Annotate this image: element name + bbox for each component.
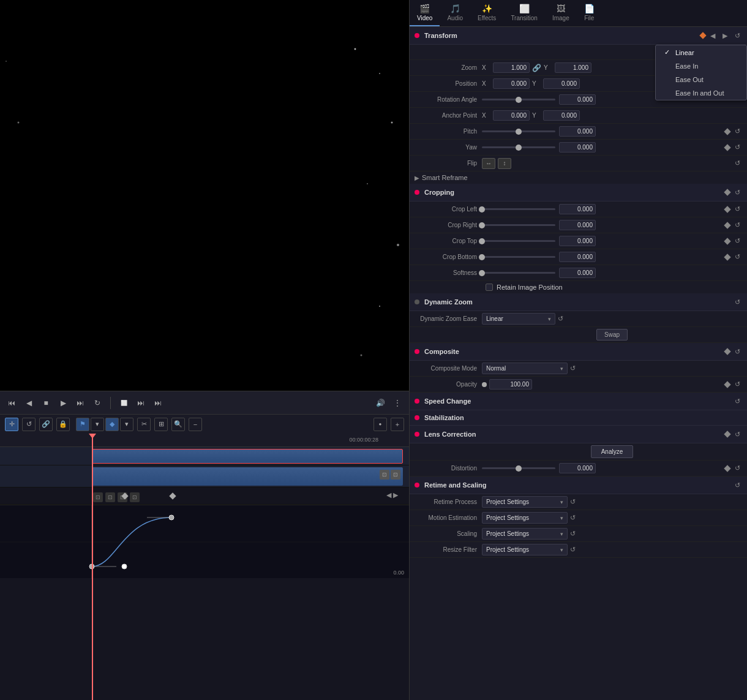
flip-v-button[interactable]: ↕ <box>498 158 511 169</box>
anchor-y-input[interactable] <box>543 110 580 121</box>
flag-tool[interactable]: ⚑ <box>76 418 89 431</box>
menu-item-ease-in-out[interactable]: Ease In and Out <box>656 86 746 100</box>
select-tool[interactable]: ✛ <box>5 418 18 431</box>
speed-change-section[interactable]: Speed Change ↺ <box>410 393 747 410</box>
crop-right-reset[interactable]: ↺ <box>732 220 742 230</box>
resize-filter-reset[interactable]: ↺ <box>568 545 577 555</box>
snap-tool[interactable]: ⊞ <box>154 418 168 431</box>
lens-reset-btn[interactable]: ↺ <box>732 429 742 439</box>
retime-process-reset[interactable]: ↺ <box>568 497 577 507</box>
lock-tool[interactable]: 🔒 <box>56 418 70 431</box>
tab-audio[interactable]: 🎵 Audio <box>440 0 470 26</box>
play-backward-button[interactable]: ◀ <box>22 396 36 410</box>
menu-button[interactable]: ⋮ <box>391 396 404 410</box>
yaw-reset-btn[interactable]: ↺ <box>732 143 742 152</box>
crop-bottom-kf[interactable] <box>724 254 730 260</box>
kf-reset-btn[interactable]: ↺ <box>732 31 742 40</box>
retime-reset-btn[interactable]: ↺ <box>732 480 742 490</box>
retime-header[interactable]: Retime and Scaling ↺ <box>410 476 747 494</box>
swap-button[interactable]: Swap <box>596 329 628 341</box>
smart-reframe-section[interactable]: ▶ Smart Reframe <box>410 171 747 184</box>
scaling-dropdown[interactable]: Project Settings ▾ <box>482 528 568 540</box>
composite-mode-reset[interactable]: ↺ <box>568 364 577 374</box>
flip-reset-btn[interactable]: ↺ <box>732 159 742 168</box>
crop-top-slider[interactable] <box>482 240 555 242</box>
tab-video[interactable]: 🎬 Video <box>410 0 440 26</box>
zoom-in-tool[interactable]: 🔍 <box>171 418 185 431</box>
composite-reset-btn[interactable]: ↺ <box>732 347 742 356</box>
dynamic-zoom-header[interactable]: Dynamic Zoom ↺ <box>410 293 747 311</box>
marker-dropdown[interactable]: ▾ <box>120 418 133 431</box>
zoom-y-input[interactable] <box>555 62 591 73</box>
anchor-x-input[interactable] <box>493 110 530 121</box>
tab-file[interactable]: 📄 File <box>577 0 602 26</box>
composite-mode-dropdown[interactable]: Normal ▾ <box>482 363 568 374</box>
ripple-tool[interactable]: ↺ <box>22 418 36 431</box>
opacity-kf-btn[interactable] <box>724 381 730 388</box>
last-frame-button[interactable]: ⏭ <box>151 396 165 410</box>
dz-ease-reset[interactable]: ↺ <box>555 314 565 324</box>
kf-icon-1[interactable]: ⊡ <box>93 492 103 502</box>
motion-est-reset[interactable]: ↺ <box>568 513 577 523</box>
crop-right-input[interactable] <box>559 220 596 230</box>
zoom-minus[interactable]: − <box>189 418 202 431</box>
rotation-slider[interactable] <box>482 99 555 100</box>
kf-icon-4[interactable]: ⊡ <box>130 492 140 502</box>
lens-header[interactable]: Lens Correction ↺ <box>410 426 747 443</box>
kf-nav-next[interactable]: ▶ <box>393 491 398 499</box>
tab-transition[interactable]: ⬜ Transition <box>503 0 545 26</box>
transform-header[interactable]: Transform ◀ ▶ ↺ <box>410 27 747 45</box>
yaw-kf-btn[interactable] <box>724 144 730 151</box>
retime-process-dropdown[interactable]: Project Settings ▾ <box>482 496 568 508</box>
kf-prev-btn[interactable]: ◀ <box>708 31 718 40</box>
distortion-input[interactable] <box>559 463 596 473</box>
yaw-slider[interactable] <box>482 146 555 148</box>
crop-left-input[interactable] <box>559 204 596 214</box>
pitch-kf-btn[interactable] <box>724 128 730 135</box>
speed-reset-btn[interactable]: ↺ <box>732 396 742 406</box>
retain-checkbox[interactable] <box>486 284 493 291</box>
kf-nav-prev[interactable]: ◀ <box>386 491 391 499</box>
distortion-kf-btn[interactable] <box>724 465 730 472</box>
resize-filter-dropdown[interactable]: Project Settings ▾ <box>482 544 568 555</box>
composite-kf-btn[interactable] <box>724 348 730 355</box>
link-tool[interactable]: 🔗 <box>39 418 53 431</box>
play-forward-button[interactable]: ▶ <box>56 396 70 410</box>
cropping-header[interactable]: Cropping ↺ <box>410 184 747 201</box>
stabilization-section[interactable]: Stabilization <box>410 410 747 426</box>
dot-tool[interactable]: ● <box>374 418 387 431</box>
opacity-reset-btn[interactable]: ↺ <box>732 380 742 390</box>
opacity-input[interactable] <box>489 379 532 390</box>
crop-bottom-input[interactable] <box>559 252 596 262</box>
flip-h-button[interactable]: ↔ <box>482 158 495 169</box>
motion-est-dropdown[interactable]: Project Settings ▾ <box>482 512 568 524</box>
marker-tool[interactable]: ◆ <box>105 418 119 431</box>
crop-right-slider[interactable] <box>482 224 555 226</box>
crop-left-slider[interactable] <box>482 208 555 210</box>
plus-tool[interactable]: + <box>391 418 404 431</box>
pitch-reset-btn[interactable]: ↺ <box>732 127 742 137</box>
keyframe-2[interactable] <box>169 492 176 499</box>
crop-top-kf[interactable] <box>724 238 730 244</box>
kf-icon-2[interactable]: ⊡ <box>105 492 115 502</box>
cropping-reset-btn[interactable]: ↺ <box>732 187 742 197</box>
track-clip-2[interactable]: ⊡ ⊡ <box>92 467 403 486</box>
distortion-slider[interactable] <box>482 467 555 469</box>
pitch-slider[interactable] <box>482 130 555 132</box>
menu-item-ease-in[interactable]: Ease In <box>656 59 746 73</box>
zoom-link-icon[interactable]: 🔗 <box>532 64 541 72</box>
kf-next-btn[interactable]: ▶ <box>720 31 730 40</box>
softness-input[interactable] <box>559 268 596 278</box>
position-y-input[interactable] <box>543 78 580 89</box>
crop-bottom-slider[interactable] <box>482 256 555 258</box>
crop-left-kf[interactable] <box>724 206 730 213</box>
tab-image[interactable]: 🖼 Image <box>545 0 577 26</box>
distortion-reset-btn[interactable]: ↺ <box>732 464 742 473</box>
cut-tool[interactable]: ✂ <box>137 418 151 431</box>
tab-effects[interactable]: ✨ Effects <box>470 0 503 26</box>
rotation-input[interactable] <box>559 94 596 105</box>
dz-ease-dropdown[interactable]: Linear ▾ <box>482 313 555 325</box>
crop-left-reset[interactable]: ↺ <box>732 205 742 214</box>
crop-bottom-reset[interactable]: ↺ <box>732 252 742 262</box>
dynamic-zoom-reset[interactable]: ↺ <box>732 297 742 307</box>
